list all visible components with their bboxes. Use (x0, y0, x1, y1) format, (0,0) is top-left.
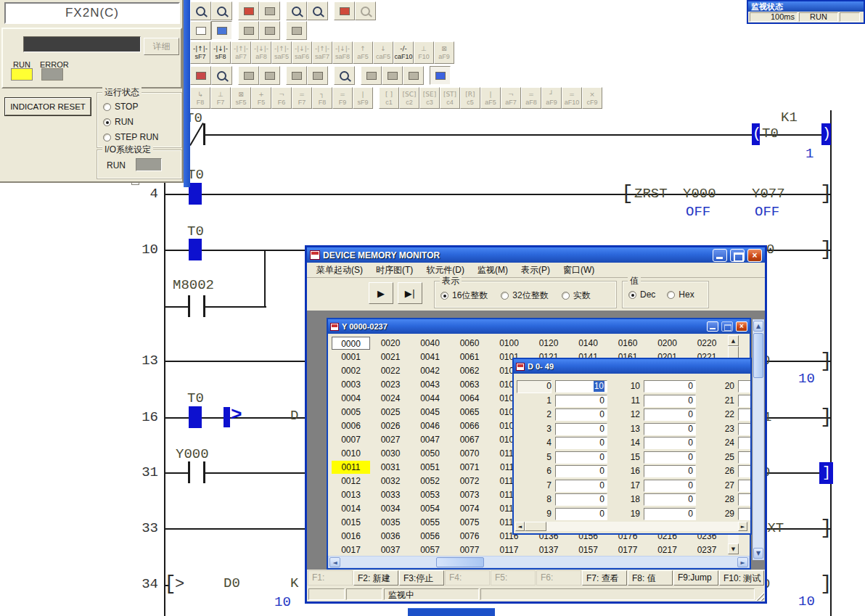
d-value-box[interactable] (738, 493, 752, 506)
d-window-hscrollbar[interactable]: ◄ ► (515, 522, 747, 531)
toolbar-button-sF8[interactable]: -|↓|-sF8 (210, 41, 231, 64)
y-cell[interactable]: 0157 (569, 543, 607, 556)
mdi-vscrollbar[interactable]: ▲ ▼ (753, 319, 764, 560)
toolbar-button-sF7[interactable]: -|↑|-sF7 (190, 41, 210, 64)
y-cell[interactable]: 0200 (648, 337, 686, 350)
scroll-down-icon[interactable]: ▼ (728, 543, 739, 554)
edit-cursor[interactable] (224, 407, 230, 427)
d-value-box[interactable]: 0 (644, 451, 696, 464)
y-cell[interactable]: 0031 (372, 461, 410, 474)
d-value-box[interactable] (738, 465, 752, 477)
y-cell[interactable]: 0057 (411, 543, 449, 556)
y-cell[interactable]: 0063 (451, 378, 489, 391)
y-cell[interactable]: 0177 (609, 543, 647, 556)
y-cell[interactable]: 0045 (411, 406, 449, 419)
y-cell[interactable]: 0021 (372, 350, 410, 364)
y-cell[interactable]: 0002 (332, 364, 370, 377)
y-cell[interactable]: 0065 (451, 406, 489, 419)
open-contact-M8002[interactable] (186, 295, 208, 317)
new-document-button[interactable] (190, 21, 211, 40)
y-cell[interactable]: 0007 (332, 433, 370, 446)
energized-contact-T0[interactable] (189, 406, 202, 428)
y-cell[interactable]: 0117 (490, 543, 528, 556)
y-cell[interactable]: 0072 (451, 475, 489, 488)
minimize-button[interactable] (713, 249, 727, 262)
d-value-box[interactable]: 0 (644, 437, 696, 449)
y-cell[interactable]: 0036 (372, 530, 410, 543)
open-contact-Y000[interactable] (186, 461, 208, 483)
y-cell[interactable]: 0053 (411, 488, 449, 501)
y-cell[interactable]: 0052 (411, 475, 449, 488)
zoom-out-button[interactable] (307, 1, 328, 20)
close-button[interactable]: × (747, 249, 762, 262)
d-value-box[interactable]: 0 (555, 465, 607, 477)
y-cell[interactable]: 0042 (411, 364, 449, 377)
y-cell[interactable]: 0140 (569, 337, 607, 350)
monitor-start-button[interactable]: ▶ (369, 282, 393, 304)
d-value-box[interactable]: 0 (555, 451, 607, 464)
y-cell[interactable]: 0120 (530, 337, 568, 350)
radio-16位整数[interactable]: 16位整数 (440, 289, 488, 302)
y-cell[interactable]: 0026 (372, 419, 410, 432)
y-cell[interactable]: 0004 (332, 392, 370, 405)
d-value-box[interactable]: 0 (644, 480, 696, 492)
d-value-box[interactable]: 0 (644, 380, 696, 393)
y-cell[interactable]: 0061 (451, 350, 489, 364)
y-cell[interactable]: 0056 (411, 530, 449, 543)
d-value-box[interactable]: 10 (555, 380, 607, 393)
scroll-up-icon[interactable]: ▲ (753, 321, 763, 332)
y-cell[interactable]: 0051 (411, 461, 449, 474)
y-cell[interactable]: 0043 (411, 378, 449, 391)
scroll-left-icon[interactable]: ◄ (515, 522, 525, 531)
d-value-box[interactable]: 0 (555, 437, 607, 449)
y-cell[interactable]: 0006 (332, 419, 370, 432)
y-cell[interactable]: 0041 (411, 350, 449, 364)
y-cell[interactable]: 0217 (648, 543, 686, 556)
y-cell[interactable]: 0137 (530, 543, 568, 556)
radio-Hex[interactable]: Hex (667, 289, 694, 300)
y-cell[interactable]: 0022 (372, 364, 410, 377)
y-cell[interactable]: 0017 (332, 543, 370, 556)
y-cell[interactable]: 0013 (332, 488, 370, 501)
y-cell[interactable]: 0067 (451, 433, 489, 446)
scroll-right-icon[interactable]: ► (737, 557, 748, 567)
y-cell[interactable]: 0047 (411, 433, 449, 446)
y-cell[interactable]: 0075 (451, 516, 489, 529)
d-value-box[interactable] (738, 480, 752, 492)
menu-item[interactable]: 软元件(D) (419, 264, 471, 276)
maximize-button[interactable] (730, 249, 745, 262)
y-minimize-button[interactable] (707, 321, 718, 332)
y-cell[interactable]: 0062 (451, 364, 489, 377)
y-cell[interactable]: 0024 (372, 392, 410, 405)
y-cell[interactable]: 0027 (372, 433, 410, 446)
monitor-window-button[interactable] (430, 66, 451, 85)
scroll-left-icon[interactable]: ◄ (329, 557, 340, 567)
ladder-tree-button[interactable] (211, 21, 232, 40)
menu-item[interactable]: 表示(P) (515, 264, 557, 276)
fkey-F3[interactable]: F3:停止 (399, 570, 444, 586)
d-value-box[interactable]: 0 (644, 395, 696, 407)
menu-item[interactable]: 菜单起动(S) (310, 264, 369, 276)
y-cell[interactable]: 0077 (451, 543, 489, 556)
y-cell[interactable]: 0220 (688, 337, 726, 350)
y-cell[interactable]: 0025 (372, 406, 410, 419)
y-window-hscrollbar[interactable]: ◄ ► (328, 556, 750, 568)
d-value-box[interactable]: 0 (644, 508, 696, 520)
y-cell[interactable]: 0003 (332, 378, 370, 391)
d-value-box[interactable]: 0 (555, 508, 607, 520)
d-value-box[interactable]: 0 (644, 465, 696, 477)
y-cell[interactable]: 0054 (411, 502, 449, 515)
y-cell[interactable]: 0030 (372, 447, 410, 460)
d-value-box[interactable] (738, 508, 752, 520)
menu-item[interactable]: 监视(M) (471, 264, 515, 276)
y-cell[interactable]: 0160 (609, 337, 647, 350)
fkey-F2[interactable]: F2: 新建 (353, 570, 398, 586)
transfer-button[interactable] (334, 1, 355, 20)
radio-RUN[interactable]: RUN (103, 117, 158, 127)
radio-32位整数[interactable]: 32位整数 (501, 289, 548, 302)
y-cell[interactable]: 0037 (372, 543, 410, 556)
d-value-box[interactable]: 0 (644, 408, 696, 421)
d-value-box[interactable] (738, 395, 752, 407)
y-cell[interactable]: 0046 (411, 419, 449, 432)
fkey-F10[interactable]: F10: 测试 (719, 570, 764, 586)
